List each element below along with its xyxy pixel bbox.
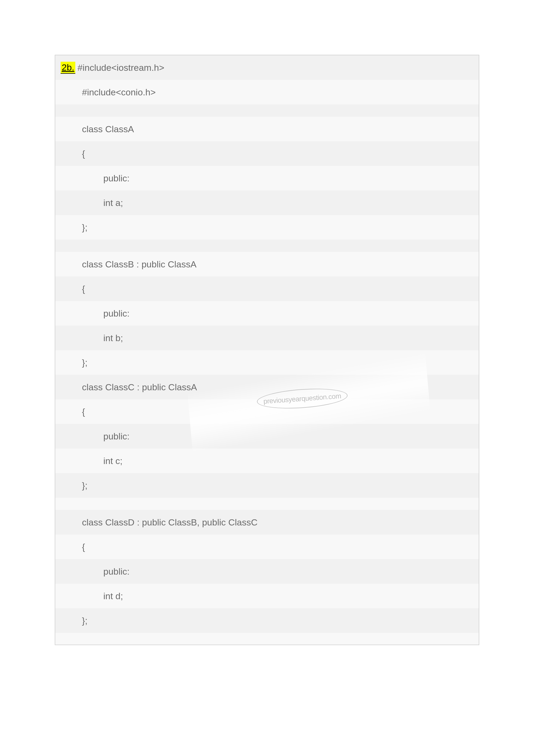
code-text: { xyxy=(82,407,85,417)
code-line-8: }; xyxy=(55,215,479,240)
code-text: }; xyxy=(82,358,88,368)
code-line-16: { xyxy=(55,399,479,424)
code-line-11: { xyxy=(55,277,479,301)
code-text: int a; xyxy=(103,198,123,208)
code-line-blank xyxy=(55,633,479,645)
code-line-24: int d; xyxy=(55,584,479,608)
code-line-21: class ClassD : public ClassB, public Cla… xyxy=(55,510,479,534)
code-text: { xyxy=(82,284,85,294)
code-line-6: public: xyxy=(55,166,479,190)
code-text: int b; xyxy=(103,333,123,343)
code-text: }; xyxy=(82,222,88,233)
code-line-25: }; xyxy=(55,608,479,633)
code-line-22: { xyxy=(55,534,479,559)
code-document: 2b. #include<iostream.h> #include<conio.… xyxy=(55,55,479,645)
code-text: }; xyxy=(82,615,88,626)
code-text: class ClassB : public ClassA xyxy=(82,259,196,270)
code-text: int d; xyxy=(103,591,123,601)
code-line-14: }; xyxy=(55,350,479,375)
code-text: public: xyxy=(103,566,130,577)
code-line-7: int a; xyxy=(55,190,479,215)
code-line-17: public: xyxy=(55,424,479,448)
code-line-1: 2b. #include<iostream.h> xyxy=(55,55,479,80)
code-line-blank xyxy=(55,104,479,117)
code-line-18: int c; xyxy=(55,448,479,473)
code-text: class ClassA xyxy=(82,124,134,134)
code-line-blank xyxy=(55,498,479,510)
code-line-5: { xyxy=(55,141,479,166)
code-text: class ClassD : public ClassB, public Cla… xyxy=(82,517,258,527)
code-text: #include<iostream.h> xyxy=(77,63,164,73)
code-text: class ClassC : public ClassA xyxy=(82,382,197,392)
code-line-19: }; xyxy=(55,473,479,498)
code-line-13: int b; xyxy=(55,326,479,350)
code-text: }; xyxy=(82,480,88,491)
question-label: 2b. xyxy=(61,62,75,74)
code-text: public: xyxy=(103,431,130,442)
code-line-10: class ClassB : public ClassA xyxy=(55,252,479,277)
code-text: int c; xyxy=(103,456,122,466)
code-line-23: public: xyxy=(55,559,479,584)
code-text: { xyxy=(82,542,85,552)
code-line-15: class ClassC : public ClassA xyxy=(55,375,479,399)
code-line-blank xyxy=(55,240,479,252)
code-text: { xyxy=(82,148,85,159)
code-line-4: class ClassA xyxy=(55,117,479,141)
code-line-2: #include<conio.h> xyxy=(55,80,479,104)
code-line-12: public: xyxy=(55,301,479,326)
code-text: public: xyxy=(103,173,130,183)
code-text: #include<conio.h> xyxy=(82,87,156,97)
code-text: public: xyxy=(103,308,130,319)
